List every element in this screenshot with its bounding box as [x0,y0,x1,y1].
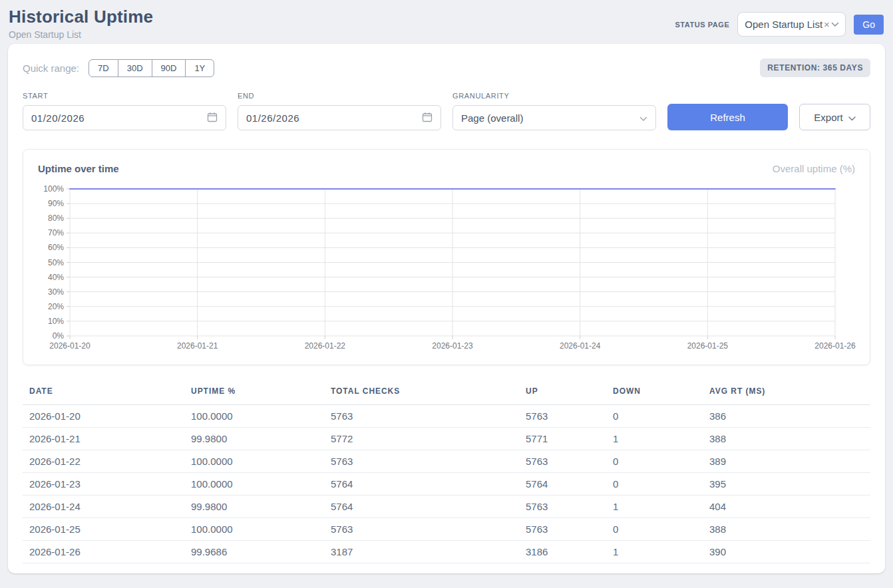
cell-down: 0 [606,518,703,541]
cell-date: 2026-01-23 [23,473,184,496]
refresh-button[interactable]: Refresh [667,104,788,130]
column-header-avg-rt-ms: AVG RT (MS) [703,381,870,405]
quick-range-button-30d[interactable]: 30D [118,59,152,77]
cell-uptime: 100.0000 [184,518,324,541]
table-row: 2026-01-23100.0000576457640395 [23,473,870,496]
header-right: STATUS PAGE Open Startup List × Go [675,12,884,37]
status-page-select[interactable]: Open Startup List × [737,12,846,37]
svg-text:10%: 10% [48,317,64,326]
granularity-field: GRANULARITY Page (overall) [452,92,656,130]
svg-text:2026-01-21: 2026-01-21 [177,341,218,351]
granularity-label: GRANULARITY [452,92,656,100]
quick-range-row: Quick range: 7D30D90D1Y RETENTION: 365 D… [23,59,870,77]
cell-down: 1 [606,428,703,450]
table-row: 2026-01-25100.0000576357630388 [23,518,870,541]
cell-date: 2026-01-20 [23,405,184,428]
cell-up: 5771 [519,428,606,450]
cell-uptime: 100.0000 [184,405,324,428]
table-row: 2026-01-2499.9800576457631404 [23,496,870,518]
end-date-field: END 01/26/2026 [238,92,441,130]
table-row: 2026-01-2199.9800577257711388 [23,428,870,450]
svg-text:80%: 80% [48,214,64,223]
quick-range-button-90d[interactable]: 90D [152,59,186,77]
column-header-up: UP [519,381,606,405]
chevron-down-icon [848,112,856,123]
start-date-value: 01/20/2026 [31,112,85,124]
cell-avg-rt-ms: 386 [703,405,870,428]
cell-total-checks: 5763 [324,405,519,428]
cell-total-checks: 5764 [324,473,519,496]
svg-text:2026-01-20: 2026-01-20 [49,341,90,351]
end-date-input[interactable]: 01/26/2026 [238,105,441,130]
cell-avg-rt-ms: 395 [703,473,870,496]
cell-up: 5763 [519,450,606,473]
column-header-uptime: UPTIME % [184,381,324,405]
quick-range-group: Quick range: 7D30D90D1Y [23,59,214,77]
table-row: 2026-01-20100.0000576357630386 [23,405,870,428]
svg-text:0%: 0% [53,331,65,341]
quick-range-label: Quick range: [23,63,79,74]
end-date-value: 01/26/2026 [246,112,299,124]
quick-range-buttons: 7D30D90D1Y [89,59,214,77]
svg-text:2026-01-22: 2026-01-22 [305,341,346,351]
page-subtitle: Open Startup List [9,29,153,40]
table-header: DATEUPTIME %TOTAL CHECKSUPDOWNAVG RT (MS… [23,381,870,405]
cell-up: 3186 [519,541,606,563]
status-page-label: STATUS PAGE [675,21,729,29]
cell-uptime: 99.9800 [184,428,324,450]
cell-total-checks: 5764 [324,496,519,518]
quick-range-button-7d[interactable]: 7D [89,59,118,77]
quick-range-button-1y[interactable]: 1Y [185,59,214,77]
cell-uptime: 99.9686 [184,541,324,563]
cell-down: 0 [606,450,703,473]
svg-text:30%: 30% [48,287,64,297]
svg-text:100%: 100% [43,184,64,194]
cell-date: 2026-01-21 [23,428,184,450]
granularity-select[interactable]: Page (overall) [452,105,656,130]
main-card: Quick range: 7D30D90D1Y RETENTION: 365 D… [8,44,885,573]
cell-date: 2026-01-22 [23,450,184,473]
chart-header: Uptime over time Overall uptime (%) [38,163,855,174]
chart-card: Uptime over time Overall uptime (%) 0%10… [23,149,870,365]
granularity-selected-value: Page (overall) [461,112,523,124]
cell-avg-rt-ms: 390 [703,541,870,563]
export-button-label: Export [814,112,842,123]
start-date-field: START 01/20/2026 [23,92,226,130]
cell-date: 2026-01-24 [23,496,184,518]
svg-text:2026-01-25: 2026-01-25 [687,341,729,351]
calendar-icon[interactable] [207,112,218,124]
clear-selection-icon[interactable]: × [824,19,830,30]
cell-up: 5763 [519,518,606,541]
go-button[interactable]: Go [854,15,884,35]
uptime-table: DATEUPTIME %TOTAL CHECKSUPDOWNAVG RT (MS… [23,381,870,563]
column-header-date: DATE [23,381,184,405]
cell-uptime: 100.0000 [184,473,324,496]
cell-down: 1 [606,541,703,563]
table-row: 2026-01-2699.9686318731861390 [23,541,870,563]
page-title: Historical Uptime [9,7,153,27]
cell-total-checks: 5772 [324,428,519,450]
cell-total-checks: 5763 [324,518,519,541]
svg-text:70%: 70% [48,228,64,237]
chevron-down-icon [639,112,647,124]
start-date-input[interactable]: 01/20/2026 [23,105,226,130]
uptime-line-chart: 0%10%20%30%40%50%60%70%80%90%100%2026-01… [38,184,856,351]
svg-text:2026-01-26: 2026-01-26 [814,341,856,351]
cell-down: 1 [606,496,703,518]
export-button[interactable]: Export [799,104,870,130]
chevron-down-icon [831,22,839,27]
svg-text:2026-01-24: 2026-01-24 [560,341,601,351]
chart-legend: Overall uptime (%) [773,163,855,174]
calendar-icon[interactable] [422,112,433,124]
status-page-selected-value: Open Startup List [745,19,822,30]
cell-down: 0 [606,405,703,428]
cell-up: 5763 [519,496,606,518]
table-row: 2026-01-22100.0000576357630389 [23,450,870,473]
cell-avg-rt-ms: 388 [703,518,870,541]
cell-down: 0 [606,473,703,496]
title-block: Historical Uptime Open Startup List [9,7,153,40]
cell-avg-rt-ms: 404 [703,496,870,518]
cell-total-checks: 5763 [324,450,519,473]
cell-uptime: 99.9800 [184,496,324,518]
cell-avg-rt-ms: 389 [703,450,870,473]
